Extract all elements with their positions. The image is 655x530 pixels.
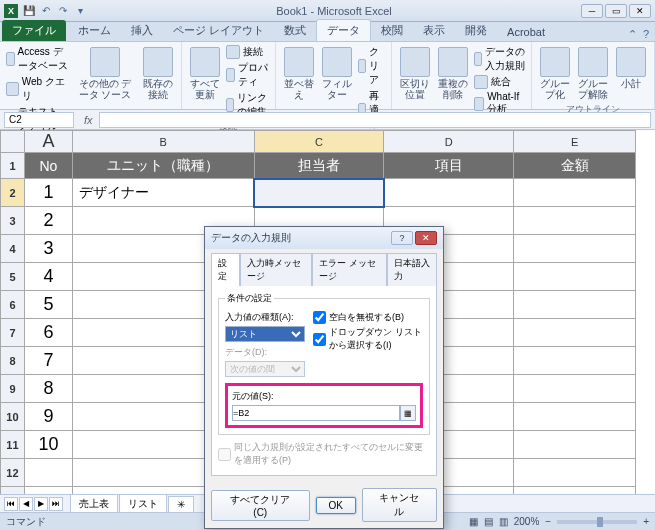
cell[interactable] — [514, 431, 636, 459]
tab-formula[interactable]: 数式 — [274, 20, 316, 41]
new-sheet-button[interactable]: ✳ — [168, 496, 194, 512]
col-header-D[interactable]: D — [384, 131, 514, 153]
clear-all-button[interactable]: すべてクリア(C) — [211, 490, 310, 521]
row-header[interactable]: 8 — [1, 347, 25, 375]
subtotal-button[interactable]: 小計 — [614, 45, 648, 91]
clear-button[interactable]: クリア — [358, 45, 385, 87]
row-header[interactable]: 10 — [1, 403, 25, 431]
tab-file[interactable]: ファイル — [2, 20, 66, 41]
tab-review[interactable]: 校閲 — [371, 20, 413, 41]
cell[interactable] — [24, 459, 72, 487]
cell[interactable] — [514, 403, 636, 431]
dialog-titlebar[interactable]: データの入力規則 ? ✕ — [205, 227, 443, 249]
save-icon[interactable]: 💾 — [22, 4, 36, 18]
cell[interactable]: ユニット（職種） — [72, 153, 254, 179]
row-header[interactable]: 3 — [1, 207, 25, 235]
dialog-tab-error-msg[interactable]: エラー メッセージ — [312, 253, 386, 286]
qat-more-icon[interactable]: ▾ — [73, 4, 87, 18]
tab-acrobat[interactable]: Acrobat — [497, 23, 555, 41]
cell[interactable]: 10 — [24, 431, 72, 459]
tab-view[interactable]: 表示 — [413, 20, 455, 41]
tab-insert[interactable]: 挿入 — [121, 20, 163, 41]
view-pagebreak-icon[interactable]: ▥ — [499, 516, 508, 527]
cell[interactable]: 9 — [24, 403, 72, 431]
source-input[interactable] — [232, 405, 400, 421]
refresh-all-button[interactable]: すべて 更新 — [188, 45, 222, 102]
cell[interactable] — [514, 235, 636, 263]
view-normal-icon[interactable]: ▦ — [469, 516, 478, 527]
sheet-nav-first[interactable]: ⏮ — [4, 497, 18, 511]
ignore-blank-checkbox[interactable] — [313, 311, 326, 324]
cell[interactable] — [514, 263, 636, 291]
data-validation-button[interactable]: データの入力規則 — [474, 45, 525, 73]
maximize-button[interactable]: ▭ — [605, 4, 627, 18]
from-access-button[interactable]: Access データベース — [6, 45, 69, 73]
cell[interactable]: No — [24, 153, 72, 179]
cell-selected[interactable] — [254, 179, 384, 207]
help-icon[interactable]: ? — [643, 28, 649, 41]
sheet-nav-prev[interactable]: ◀ — [19, 497, 33, 511]
minimize-button[interactable]: ─ — [581, 4, 603, 18]
cell[interactable] — [514, 207, 636, 235]
select-all[interactable] — [1, 131, 25, 153]
col-header-C[interactable]: C — [254, 131, 384, 153]
cell[interactable]: デザイナー — [72, 179, 254, 207]
col-header-E[interactable]: E — [514, 131, 636, 153]
sheet-tab[interactable]: 売上表 — [70, 494, 118, 513]
col-header-B[interactable]: B — [72, 131, 254, 153]
row-header[interactable]: 5 — [1, 263, 25, 291]
redo-icon[interactable]: ↷ — [56, 4, 70, 18]
dialog-tab-ime[interactable]: 日本語入力 — [387, 253, 438, 286]
view-layout-icon[interactable]: ▤ — [484, 516, 493, 527]
text-to-columns-button[interactable]: 区切り位置 — [398, 45, 432, 102]
tab-layout[interactable]: ページ レイアウト — [163, 20, 274, 41]
ok-button[interactable]: OK — [316, 497, 356, 514]
tab-dev[interactable]: 開発 — [455, 20, 497, 41]
cell[interactable]: 3 — [24, 235, 72, 263]
zoom-level[interactable]: 200% — [514, 516, 540, 527]
existing-connections-button[interactable]: 既存の 接続 — [141, 45, 175, 102]
range-picker-icon[interactable]: ▦ — [400, 405, 416, 421]
tab-home[interactable]: ホーム — [68, 20, 121, 41]
cell[interactable]: 金額 — [514, 153, 636, 179]
cell[interactable]: 2 — [24, 207, 72, 235]
cell[interactable] — [514, 375, 636, 403]
cell[interactable]: 5 — [24, 291, 72, 319]
tab-data[interactable]: データ — [316, 19, 371, 41]
row-header[interactable]: 9 — [1, 375, 25, 403]
zoom-out-button[interactable]: − — [545, 516, 551, 527]
sort-button[interactable]: 並べ替え — [282, 45, 316, 102]
row-header[interactable]: 7 — [1, 319, 25, 347]
cell[interactable] — [514, 179, 636, 207]
dialog-tab-input-msg[interactable]: 入力時メッセージ — [240, 253, 312, 286]
from-web-button[interactable]: Web クエリ — [6, 75, 69, 103]
cell[interactable]: 1 — [24, 179, 72, 207]
properties-button[interactable]: プロパティ — [226, 61, 269, 89]
dialog-close-button[interactable]: ✕ — [415, 231, 437, 245]
consolidate-button[interactable]: 統合 — [474, 75, 525, 89]
dialog-help-button[interactable]: ? — [391, 231, 413, 245]
cell[interactable]: 8 — [24, 375, 72, 403]
cancel-button[interactable]: キャンセル — [362, 488, 437, 522]
sheet-nav-last[interactable]: ⏭ — [49, 497, 63, 511]
cell[interactable]: 項目 — [384, 153, 514, 179]
undo-icon[interactable]: ↶ — [39, 4, 53, 18]
cell[interactable] — [514, 319, 636, 347]
fx-icon[interactable]: fx — [78, 114, 99, 126]
sheet-tab[interactable]: リスト — [119, 494, 167, 513]
ungroup-button[interactable]: グループ解除 — [576, 45, 610, 102]
zoom-in-button[interactable]: + — [643, 516, 649, 527]
row-header[interactable]: 2 — [1, 179, 25, 207]
name-box[interactable]: C2 — [4, 112, 74, 128]
cell[interactable]: 7 — [24, 347, 72, 375]
row-header[interactable]: 12 — [1, 459, 25, 487]
formula-input[interactable] — [99, 112, 651, 128]
cell[interactable] — [384, 179, 514, 207]
row-header[interactable]: 11 — [1, 431, 25, 459]
group-button[interactable]: グループ化 — [538, 45, 572, 102]
cell[interactable]: 6 — [24, 319, 72, 347]
ribbon-minimize-icon[interactable]: ⌃ — [628, 28, 637, 41]
row-header[interactable]: 1 — [1, 153, 25, 179]
allow-select[interactable]: リスト — [225, 326, 305, 342]
other-sources-button[interactable]: その他の データ ソース — [73, 45, 137, 102]
